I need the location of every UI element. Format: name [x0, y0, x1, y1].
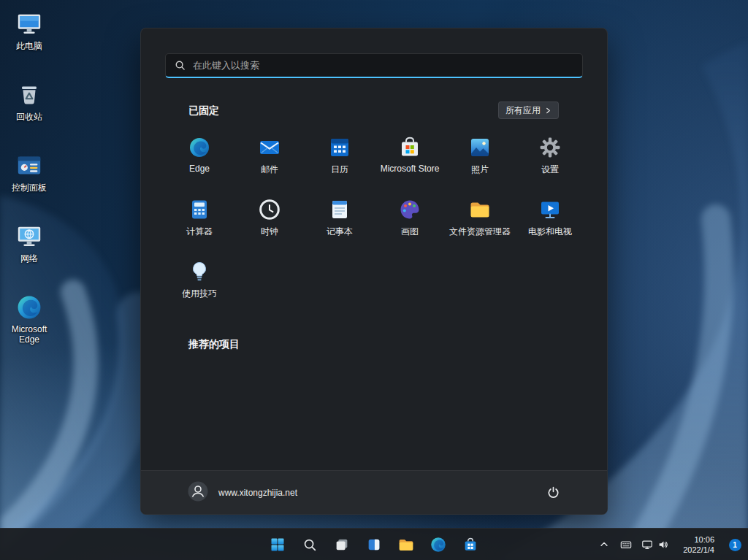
taskbar: 10:06 2022/1/4 1	[0, 528, 748, 560]
start-button[interactable]	[263, 530, 292, 559]
app-tile-clock[interactable]: 时钟	[234, 191, 305, 253]
clock-time: 10:06	[683, 534, 714, 545]
chevron-right-icon	[545, 107, 552, 114]
edge-icon	[430, 536, 447, 553]
chevron-up-icon	[599, 540, 609, 550]
search-icon	[175, 60, 186, 71]
keyboard-icon	[620, 539, 632, 551]
desktop-icon-label: 网络	[20, 253, 38, 264]
network-icon	[15, 223, 43, 250]
windows-logo-icon	[269, 536, 286, 553]
paint-palette-icon	[398, 198, 421, 221]
desktop: 此电脑 回收站	[0, 0, 748, 560]
desktop-icon-control-panel[interactable]: 控制面板	[1, 152, 57, 223]
desktop-icon-recycle-bin[interactable]: 回收站	[1, 81, 57, 152]
desktop-icon-label: Microsoft Edge	[1, 324, 57, 345]
pinned-app-grid: Edge 邮件	[164, 129, 585, 315]
app-tile-label: Microsoft Store	[381, 164, 440, 174]
this-pc-icon	[15, 10, 43, 38]
app-tile-mail[interactable]: 邮件	[234, 129, 305, 191]
pinned-section-title: 已固定	[188, 104, 219, 118]
clock-icon	[258, 198, 281, 221]
app-tile-file-explorer[interactable]: 文件资源管理器	[445, 191, 515, 253]
app-tile-label: 计算器	[186, 226, 213, 238]
app-tile-label: 文件资源管理器	[449, 226, 511, 238]
file-explorer-button[interactable]	[392, 530, 421, 559]
app-tile-settings[interactable]: 设置	[515, 129, 585, 191]
hidden-icons-button[interactable]	[594, 532, 614, 558]
task-view-button[interactable]	[327, 530, 356, 559]
power-button[interactable]	[540, 480, 566, 506]
taskbar-search-button[interactable]	[295, 530, 324, 559]
desktop-icon-list: 此电脑 回收站	[1, 10, 57, 364]
widgets-icon	[366, 537, 382, 553]
microsoft-store-button[interactable]	[456, 530, 485, 559]
recommended-section-title: 推荐的项目	[188, 338, 240, 351]
app-tile-label: 电影和电视	[528, 226, 572, 238]
settings-gear-icon	[538, 136, 562, 159]
microsoft-store-icon	[398, 136, 421, 159]
start-menu-footer: www.xitongzhijia.net	[141, 470, 607, 514]
clock-button[interactable]: 10:06 2022/1/4	[674, 532, 723, 558]
app-tile-movies-tv[interactable]: 电影和电视	[515, 191, 585, 253]
edge-icon	[188, 136, 211, 159]
start-search-input[interactable]	[193, 60, 573, 71]
app-tile-paint[interactable]: 画图	[375, 191, 445, 253]
clock-date: 2022/1/4	[683, 545, 714, 555]
search-icon	[302, 537, 318, 553]
notification-center-button[interactable]: 1	[725, 532, 745, 558]
user-avatar-icon	[188, 481, 208, 505]
taskbar-center-icons	[263, 530, 485, 559]
calendar-icon	[328, 136, 351, 159]
all-apps-button[interactable]: 所有应用	[498, 101, 559, 119]
folder-icon	[468, 198, 492, 221]
desktop-icon-network[interactable]: 网络	[1, 223, 57, 294]
movies-tv-icon	[538, 198, 562, 221]
calculator-icon	[188, 198, 211, 221]
user-profile-button[interactable]: www.xitongzhijia.net	[188, 481, 297, 505]
user-name: www.xitongzhijia.net	[218, 488, 297, 498]
edge-icon	[15, 294, 43, 321]
task-view-icon	[334, 537, 350, 553]
app-tile-label: Edge	[189, 164, 210, 174]
ime-keyboard-button[interactable]	[616, 532, 636, 558]
app-tile-notepad[interactable]: 记事本	[305, 191, 375, 253]
widgets-button[interactable]	[359, 530, 389, 559]
start-search-box[interactable]	[165, 53, 583, 78]
desktop-icon-label: 此电脑	[16, 41, 42, 51]
app-tile-label: 画图	[401, 226, 419, 238]
app-tile-label: 使用技巧	[182, 288, 217, 300]
power-icon	[546, 486, 560, 499]
app-tile-label: 时钟	[261, 226, 278, 238]
folder-icon	[397, 536, 415, 553]
volume-icon	[657, 539, 669, 551]
edge-button[interactable]	[424, 530, 453, 559]
app-tile-tips[interactable]: 使用技巧	[164, 253, 234, 315]
notepad-icon	[328, 198, 351, 221]
desktop-icon-this-pc[interactable]: 此电脑	[1, 10, 57, 81]
mail-icon	[258, 136, 281, 159]
app-tile-label: 设置	[541, 164, 559, 176]
microsoft-store-icon	[462, 537, 478, 553]
app-tile-label: 照片	[471, 164, 489, 176]
start-menu: 已固定 所有应用 Edge	[140, 28, 608, 515]
app-tile-calendar[interactable]: 日历	[305, 129, 375, 191]
ethernet-network-icon	[641, 539, 653, 551]
recycle-bin-icon	[15, 81, 43, 109]
system-tray: 10:06 2022/1/4 1	[594, 529, 745, 560]
app-tile-label: 日历	[331, 164, 348, 176]
desktop-icon-microsoft-edge[interactable]: Microsoft Edge	[1, 294, 57, 364]
desktop-icon-label: 控制面板	[12, 183, 47, 193]
app-tile-label: 邮件	[261, 164, 278, 176]
app-tile-edge[interactable]: Edge	[164, 129, 234, 191]
control-panel-icon	[15, 152, 43, 180]
photos-icon	[468, 136, 492, 159]
app-tile-microsoft-store[interactable]: Microsoft Store	[375, 129, 445, 191]
app-tile-photos[interactable]: 照片	[445, 129, 515, 191]
desktop-icon-label: 回收站	[16, 112, 42, 122]
lightbulb-icon	[188, 260, 211, 283]
notification-count-badge: 1	[729, 539, 741, 551]
network-volume-button[interactable]	[638, 532, 673, 558]
all-apps-label: 所有应用	[505, 104, 541, 117]
app-tile-calculator[interactable]: 计算器	[164, 191, 234, 253]
